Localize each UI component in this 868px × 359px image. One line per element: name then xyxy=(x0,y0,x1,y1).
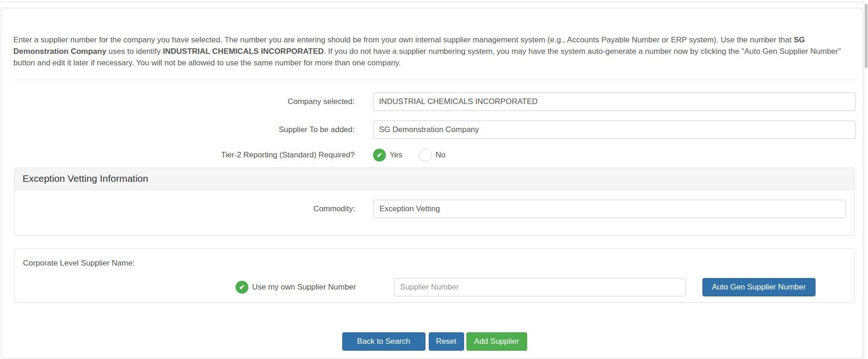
tier2-reporting-row: Tier-2 Reporting (Standard) Required? Ye… xyxy=(13,149,856,162)
supplier-number-input[interactable] xyxy=(394,278,686,296)
corporate-supplier-name-label: Corporate Level Supplier Name: xyxy=(15,259,854,267)
main-panel: Enter a supplier number for the company … xyxy=(1,8,863,359)
commodity-input[interactable] xyxy=(374,200,846,218)
exception-vetting-panel: Exception Vetting Information Commodity: xyxy=(14,168,855,236)
intro-text: uses to identify xyxy=(106,47,163,56)
supplier-to-be-added-row: Supplier To be added: xyxy=(13,121,856,139)
company-selected-input[interactable] xyxy=(373,93,856,111)
reset-button[interactable]: Reset xyxy=(429,332,464,351)
intro-paragraph: Enter a supplier number for the company … xyxy=(13,34,855,69)
corporate-supplier-panel: Corporate Level Supplier Name: Use my ow… xyxy=(14,249,855,303)
tier2-reporting-label: Tier-2 Reporting (Standard) Required? xyxy=(13,151,355,160)
add-supplier-button[interactable]: Add Supplier xyxy=(466,332,527,351)
tier2-no-label[interactable]: No xyxy=(436,151,446,160)
auto-gen-supplier-number-button[interactable]: Auto Gen Supplier Number xyxy=(702,278,816,296)
scrollbar-thumb[interactable] xyxy=(865,4,868,68)
back-to-search-button[interactable]: Back to Search xyxy=(342,332,425,351)
intro-text: Enter a supplier number for the company … xyxy=(13,35,793,44)
supplier-number-row: Use my own Supplier Number Auto Gen Supp… xyxy=(15,278,854,296)
section-divider xyxy=(13,80,856,80)
supplier-to-be-added-input[interactable] xyxy=(373,121,856,139)
tier2-yes-radio-checked-icon[interactable] xyxy=(373,149,386,162)
supplier-to-be-added-label: Supplier To be added: xyxy=(13,125,355,134)
company-selected-label: Company selected: xyxy=(13,97,355,106)
intro-bold-supplier-company: INDUSTRIAL CHEMICALS INCORPORATED xyxy=(163,47,324,56)
commodity-row: Commodity: xyxy=(15,200,854,218)
use-own-supplier-number-radio-checked-icon[interactable] xyxy=(236,281,248,294)
exception-vetting-header: Exception Vetting Information xyxy=(15,168,854,190)
tier2-yes-label[interactable]: Yes xyxy=(390,151,402,160)
tier2-no-radio-unchecked-icon[interactable] xyxy=(419,149,432,162)
commodity-label: Commodity: xyxy=(15,204,355,214)
action-buttons-row: Back to Search Reset Add Supplier xyxy=(13,332,856,351)
scrollbar-track[interactable] xyxy=(864,0,868,359)
use-own-supplier-number-label[interactable]: Use my own Supplier Number xyxy=(252,283,356,292)
company-selected-row: Company selected: xyxy=(13,93,856,111)
top-divider xyxy=(0,2,868,2)
